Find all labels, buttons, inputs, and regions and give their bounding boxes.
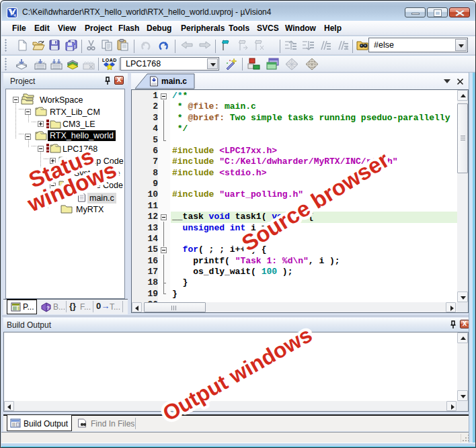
svg-text:LOAD: LOAD [102, 58, 117, 62]
svg-text:?: ? [46, 305, 50, 311]
